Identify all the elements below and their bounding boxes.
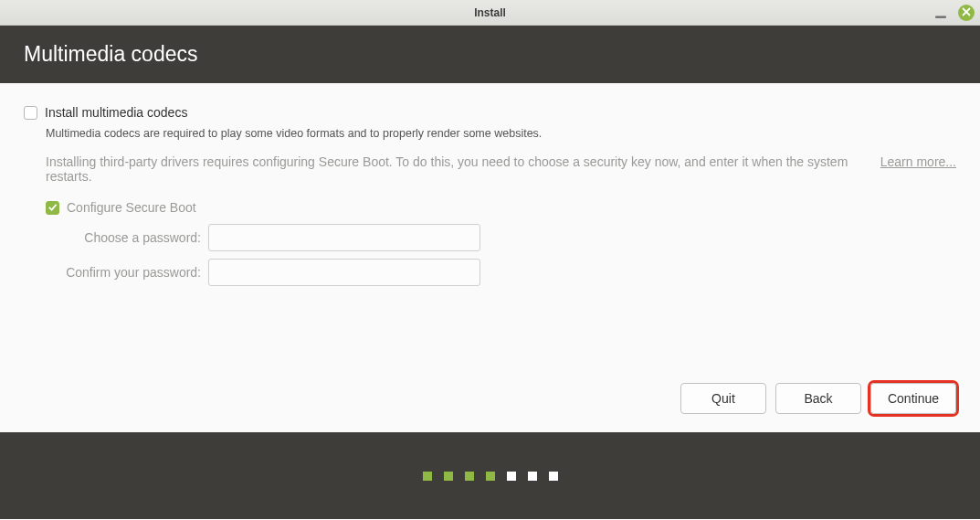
close-button[interactable]	[958, 5, 975, 21]
install-codecs-checkbox[interactable]	[24, 106, 37, 120]
password-label: Choose a password:	[46, 230, 201, 245]
password-input[interactable]	[208, 224, 480, 251]
configure-secure-boot-checkbox[interactable]	[46, 201, 59, 215]
confirm-row: Confirm your password:	[46, 259, 956, 286]
progress-footer	[0, 432, 980, 519]
page-header: Multimedia codecs	[0, 26, 980, 83]
progress-dot	[486, 472, 495, 481]
install-codecs-description: Multimedia codecs are required to play s…	[46, 127, 956, 140]
progress-dot	[423, 472, 432, 481]
install-codecs-row: Install multimedia codecs	[24, 105, 956, 120]
continue-button[interactable]: Continue	[870, 383, 956, 414]
progress-dot	[507, 472, 516, 481]
page-title: Multimedia codecs	[24, 42, 197, 66]
progress-dot	[549, 472, 558, 481]
secure-boot-notice-row: Installing third-party drivers requires …	[46, 154, 956, 184]
secure-boot-notice: Installing third-party drivers requires …	[46, 154, 864, 184]
confirm-input[interactable]	[208, 259, 480, 286]
close-icon	[962, 6, 971, 19]
configure-secure-boot-row: Configure Secure Boot	[46, 200, 956, 215]
learn-more-link[interactable]: Learn more...	[880, 154, 956, 169]
window-title: Install	[474, 6, 506, 19]
quit-button[interactable]: Quit	[680, 383, 766, 414]
progress-dot	[528, 472, 537, 481]
check-icon	[47, 200, 58, 215]
configure-secure-boot-label: Configure Secure Boot	[67, 200, 196, 215]
progress-dot	[465, 472, 474, 481]
install-codecs-label: Install multimedia codecs	[45, 105, 187, 120]
progress-dot	[444, 472, 453, 481]
password-row: Choose a password:	[46, 224, 956, 251]
secure-boot-group: Configure Secure Boot Choose a password:…	[46, 200, 956, 286]
content-area: Install multimedia codecs Multimedia cod…	[0, 83, 980, 432]
minimize-button[interactable]	[934, 6, 947, 19]
nav-buttons: Quit Back Continue	[680, 383, 956, 414]
back-button[interactable]: Back	[775, 383, 861, 414]
confirm-label: Confirm your password:	[46, 265, 201, 280]
titlebar: Install	[0, 0, 980, 26]
